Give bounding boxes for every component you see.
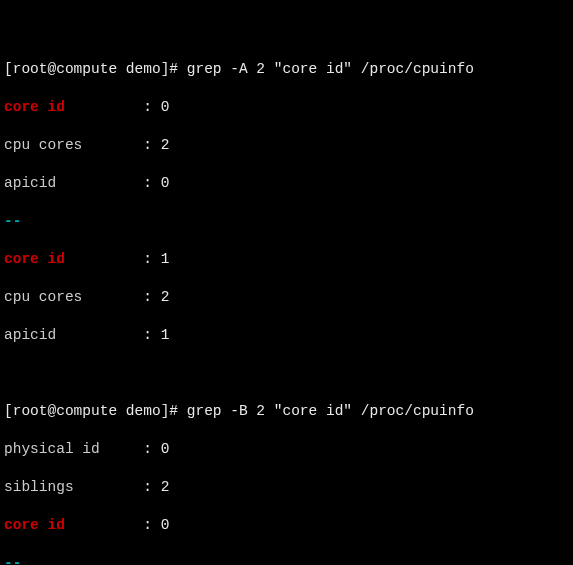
label-cpu-cores: cpu cores xyxy=(4,289,135,305)
value: : 0 xyxy=(135,175,170,191)
label-physical-id: physical id xyxy=(4,441,135,457)
label-apicid: apicid xyxy=(4,327,135,343)
value: : 2 xyxy=(135,479,170,495)
value: : 2 xyxy=(135,137,170,153)
value: : 0 xyxy=(135,99,170,115)
label-siblings: siblings xyxy=(4,479,135,495)
value: : 1 xyxy=(135,327,170,343)
prompt: [root@compute demo]# xyxy=(4,61,187,77)
label-apicid: apicid xyxy=(4,175,135,191)
prompt: [root@compute demo]# xyxy=(4,403,187,419)
command: grep -B 2 "core id" /proc/cpuinfo xyxy=(187,403,474,419)
value: : 1 xyxy=(135,251,170,267)
match-core-id: core id xyxy=(4,517,135,533)
label-cpu-cores: cpu cores xyxy=(4,137,135,153)
group-separator: -- xyxy=(4,555,21,565)
value: : 0 xyxy=(135,441,170,457)
value: : 2 xyxy=(135,289,170,305)
value: : 0 xyxy=(135,517,170,533)
command: grep -A 2 "core id" /proc/cpuinfo xyxy=(187,61,474,77)
group-separator: -- xyxy=(4,213,21,229)
match-core-id: core id xyxy=(4,251,135,267)
match-core-id: core id xyxy=(4,99,135,115)
terminal[interactable]: [root@compute demo]# grep -A 2 "core id"… xyxy=(0,0,573,565)
